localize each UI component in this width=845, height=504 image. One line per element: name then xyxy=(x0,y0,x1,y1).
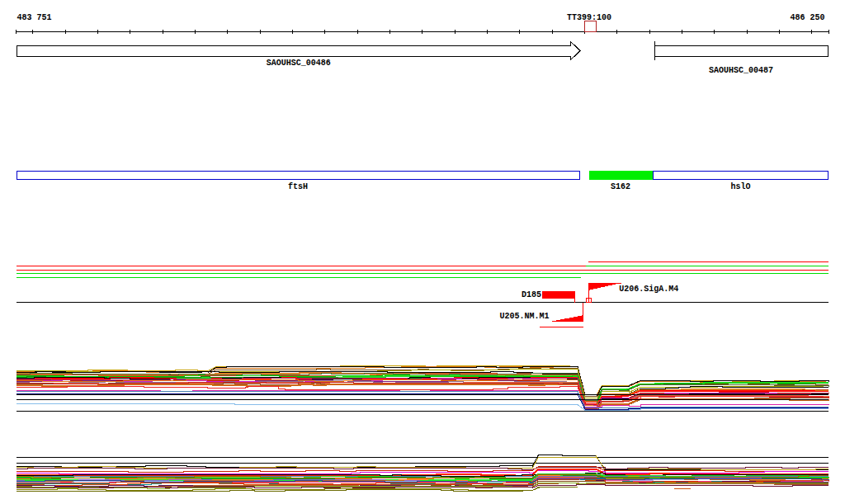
svg-text:SAOUHSC_00486: SAOUHSC_00486 xyxy=(267,59,331,68)
svg-text:SAOUHSC_00487: SAOUHSC_00487 xyxy=(709,66,773,75)
svg-text:486 250: 486 250 xyxy=(791,13,825,22)
svg-text:hslO: hslO xyxy=(731,182,751,191)
svg-text:483 751: 483 751 xyxy=(17,13,52,22)
svg-text:U205.NM.M1: U205.NM.M1 xyxy=(500,312,550,321)
svg-text:ftsH: ftsH xyxy=(288,182,308,191)
svg-text:S162: S162 xyxy=(611,182,630,191)
svg-text:D185: D185 xyxy=(522,290,541,299)
svg-text:U206.SigA.M4: U206.SigA.M4 xyxy=(619,285,678,294)
